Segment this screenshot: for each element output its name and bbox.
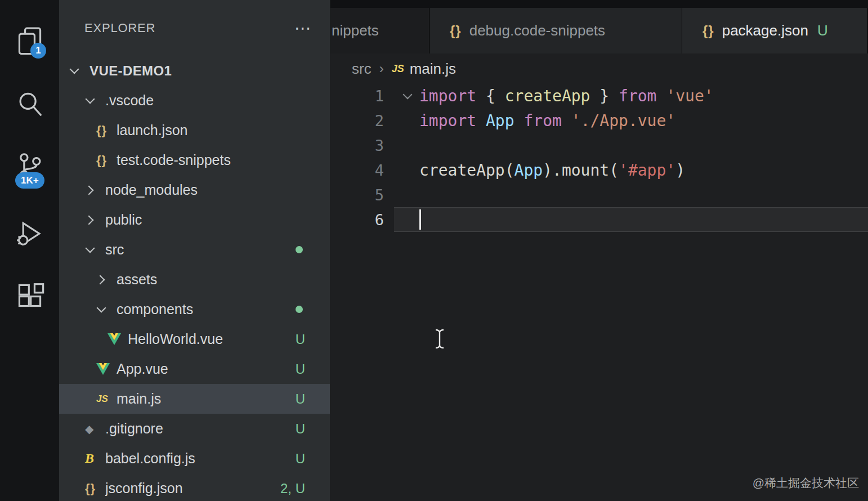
braces-icon: {} [703, 23, 714, 39]
tree-item-src[interactable]: src [59, 235, 330, 265]
tab-label: package.json [722, 22, 808, 39]
fold-slot [394, 94, 419, 98]
line-number: 5 [330, 186, 394, 204]
code-line-4[interactable]: 4createApp(App).mount('#app') [330, 158, 868, 182]
watermark: @稀土掘金技术社区 [753, 475, 859, 491]
code-line-body [394, 207, 868, 232]
tree-item-label: launch.json [117, 122, 187, 138]
source-control-badge: 1K+ [15, 172, 44, 189]
tree-item-label: babel.config.js [105, 450, 195, 467]
chevron-down-icon [70, 65, 79, 74]
code-line-1[interactable]: 1import { createApp } from 'vue' [330, 83, 868, 108]
tree-item-babel.config.js[interactable]: Bbabel.config.jsU [59, 444, 330, 473]
line-number: 3 [330, 137, 394, 154]
git-status-badge: U [296, 332, 305, 347]
vue-icon [108, 333, 121, 345]
code-token: ) [543, 161, 552, 180]
code-token: import [419, 111, 476, 130]
code-token: import [419, 87, 476, 105]
breadcrumb-segment[interactable]: main.js [410, 60, 456, 78]
code-token: mount [562, 161, 609, 180]
chevron-right-icon [84, 185, 94, 195]
breadcrumb-segment[interactable]: src [352, 60, 372, 78]
line-number: 1 [330, 87, 394, 105]
code-token [476, 111, 486, 130]
run-debug-activity-button[interactable] [0, 218, 59, 249]
git-status-badge: U [296, 391, 305, 407]
tree-item-label: node_modules [105, 182, 198, 198]
modified-dot [296, 246, 303, 253]
code-line-5[interactable]: 5 [330, 182, 868, 207]
tree-item-slot: {} [96, 123, 117, 138]
code-token: ( [505, 161, 514, 180]
tree-item-slot: JS [96, 393, 117, 405]
code-token: './App.vue' [571, 111, 675, 130]
chevron-down-icon [86, 95, 95, 104]
tree-item-label: App.vue [117, 361, 168, 377]
code-line-6[interactable]: 6 [330, 207, 868, 232]
fold-chevron-icon[interactable] [403, 90, 413, 99]
code-area[interactable]: 1import { createApp } from 'vue'2import … [330, 83, 868, 232]
tree-item-label: src [105, 241, 124, 258]
code-line-body: createApp(App).mount('#app') [394, 158, 868, 182]
search-activity-button[interactable] [0, 89, 59, 119]
tree-item-public[interactable]: public [59, 205, 330, 235]
code-line-2[interactable]: 2import App from './App.vue' [330, 108, 868, 133]
code-token: from [619, 87, 656, 105]
code-line-3[interactable]: 3 [330, 133, 868, 158]
tree-item-assets[interactable]: assets [59, 265, 330, 294]
git-status-badge: U [296, 421, 305, 437]
tree-item-.vscode[interactable]: .vscode [59, 86, 330, 115]
tree-item-slot [85, 187, 105, 194]
tree-item-node_modules[interactable]: node_modules [59, 175, 330, 205]
braces-icon: {} [450, 23, 462, 39]
tree-item-label: .vscode [105, 92, 154, 109]
tree-item-jsconfig.json[interactable]: {}jsconfig.json2, U [59, 473, 330, 501]
tab-nippets[interactable]: nippets [330, 8, 429, 53]
code-token: 'vue' [666, 87, 713, 105]
code-token: '#app' [619, 161, 675, 180]
tab-package.json[interactable]: {}package.jsonU [682, 8, 868, 53]
tree-item-label: assets [117, 271, 157, 288]
tab-bar: nippets{}debug.code-snippets{}package.js… [330, 0, 868, 53]
tree-item-App.vue[interactable]: App.vueU [59, 354, 330, 384]
tree-item-main.js[interactable]: JSmain.jsU [59, 384, 330, 414]
tree-item-components[interactable]: components [59, 294, 330, 324]
tree-item-.gitignore[interactable]: ◆.gitignoreU [59, 414, 330, 444]
tree-item-root[interactable]: VUE-DEMO1 [59, 56, 330, 86]
tab-debug.code-snippets[interactable]: {}debug.code-snippets [429, 8, 682, 53]
tree-item-slot: {} [96, 153, 117, 168]
tree-item-HelloWorld.vue[interactable]: HelloWorld.vueU [59, 324, 330, 354]
tab-label: debug.code-snippets [469, 22, 605, 39]
git-status-badge: 2, U [280, 481, 305, 496]
code-token: ) [675, 161, 685, 180]
activity-bar: 1 1K+ [0, 0, 59, 501]
code-token: App [486, 111, 514, 130]
js-icon: JS [96, 393, 108, 405]
editor-group: nippets{}debug.code-snippets{}package.js… [330, 0, 868, 501]
tree-item-launch.json[interactable]: {}launch.json [59, 115, 330, 145]
tree-item-slot: {} [85, 481, 105, 496]
code-token [514, 111, 524, 130]
tree-item-slot [96, 363, 117, 375]
tree-item-label: test.code-snippets [117, 152, 231, 168]
line-number: 2 [330, 112, 394, 129]
explorer-badge: 1 [30, 43, 46, 59]
chevron-right-icon [96, 275, 105, 284]
code-token: ( [609, 161, 619, 180]
explorer-sidebar: EXPLORER ⋯ VUE-DEMO1 .vscode{}launch.jso… [59, 0, 330, 501]
tree-item-slot [85, 217, 105, 223]
tree-item-slot [85, 248, 105, 252]
tree-item-slot [85, 99, 105, 102]
tree-item-test.code-snippets[interactable]: {}test.code-snippets [59, 145, 330, 175]
explorer-activity-button[interactable] [0, 25, 59, 56]
tree-item-slot: B [85, 451, 105, 466]
tree-item-slot: ◆ [85, 422, 105, 436]
tree-item-label: public [105, 212, 142, 228]
vscode-window: 1 1K+ [0, 0, 868, 501]
tree-item-label: main.js [117, 391, 161, 407]
explorer-more-actions-button[interactable]: ⋯ [294, 18, 313, 38]
extensions-activity-button[interactable] [0, 283, 59, 314]
modified-dot [296, 306, 303, 313]
gitignore-icon: ◆ [85, 422, 93, 436]
